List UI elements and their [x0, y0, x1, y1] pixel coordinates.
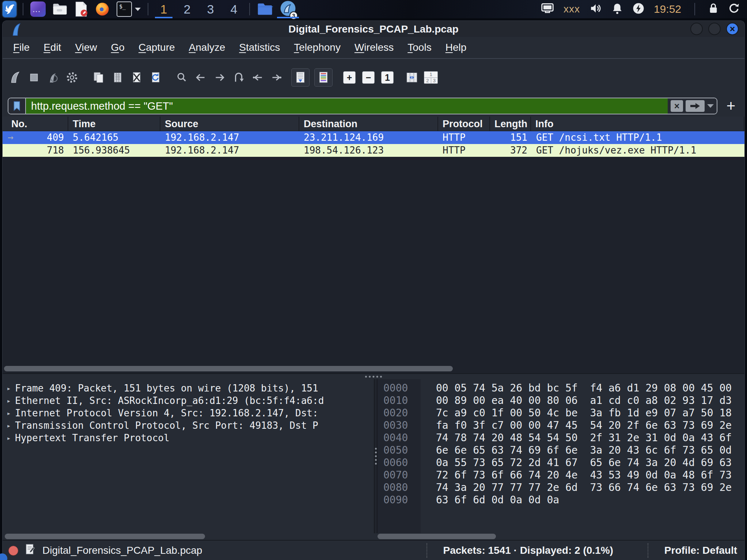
packet-row[interactable]: 718 156.938645 192.168.2.147 198.54.126.… — [3, 144, 744, 157]
hex-bytes[interactable]: 00 89 00 ea 40 00 80 06 a1 cd c0 a8 02 9… — [421, 394, 732, 407]
zoom-original-icon[interactable]: 1 — [378, 68, 397, 87]
menu-item[interactable]: File — [6, 37, 37, 58]
logout-icon[interactable] — [728, 2, 740, 16]
expert-info-icon[interactable] — [8, 546, 18, 556]
expand-arrow-icon[interactable] — [3, 421, 15, 430]
close-button[interactable]: × — [726, 23, 739, 35]
menu-item[interactable]: Go — [104, 37, 132, 58]
text-editor-icon[interactable] — [71, 0, 91, 18]
menu-item[interactable]: Tools — [401, 37, 438, 58]
hex-row[interactable]: 0030 fa f0 3f c7 00 00 47 45 54 20 2f 6e… — [378, 419, 744, 432]
titlebar[interactable]: Digital_Forensics_PCAP_Lab.pcap × — [3, 21, 744, 37]
power-manager-icon[interactable] — [633, 3, 644, 16]
files-window-icon[interactable] — [254, 0, 276, 18]
close-file-icon[interactable] — [128, 68, 146, 87]
menu-item[interactable]: Capture — [132, 37, 182, 58]
detail-row[interactable]: Hypertext Transfer Protocol — [3, 432, 374, 444]
column-header[interactable]: Info — [531, 117, 744, 131]
file-manager-icon[interactable] — [49, 0, 71, 18]
hex-row[interactable]: 0090 63 6f 6d 0d 0a 0d 0a — [378, 494, 744, 506]
detail-row[interactable]: Frame 409: Packet, 151 bytes on wire (12… — [3, 382, 374, 394]
hex-row[interactable]: 0070 72 6f 73 6f 66 74 20 4e 43 53 49 0d… — [378, 469, 744, 481]
workspace-button[interactable]: 3 — [199, 0, 222, 18]
expand-arrow-icon[interactable] — [3, 397, 15, 405]
go-last-icon[interactable] — [268, 68, 286, 87]
go-first-icon[interactable] — [249, 68, 267, 87]
filter-apply-button[interactable] — [686, 100, 705, 112]
menu-item[interactable]: View — [68, 37, 104, 58]
detail-row[interactable]: Transmission Control Protocol, Src Port:… — [3, 419, 374, 432]
open-file-icon[interactable] — [90, 68, 108, 87]
hex-row[interactable]: 0060 0a 55 73 65 72 2d 41 67 65 6e 74 3a… — [378, 457, 744, 469]
firefox-icon[interactable] — [91, 0, 113, 18]
volume-icon[interactable] — [589, 3, 602, 16]
save-file-icon[interactable] — [109, 68, 127, 87]
hex-row[interactable]: 0010 00 89 00 ea 40 00 80 06 a1 cd c0 a8… — [378, 394, 744, 407]
minimize-button[interactable] — [690, 23, 703, 35]
clock[interactable]: 19:52 — [654, 3, 681, 15]
packet-row[interactable]: 409 5.642165 192.168.2.147 23.211.124.16… — [3, 131, 744, 144]
expand-arrow-icon[interactable] — [3, 434, 15, 442]
menu-item[interactable]: Statistics — [232, 37, 287, 58]
capture-comment-icon[interactable] — [26, 544, 35, 557]
vertical-splitter[interactable] — [374, 379, 378, 533]
display-filter-input[interactable]: http.request.method == "GET" — [26, 98, 668, 114]
menu-item[interactable]: Help — [439, 37, 474, 58]
filter-clear-button[interactable]: × — [671, 100, 683, 112]
filter-bookmark-button[interactable] — [8, 98, 26, 114]
details-hscrollbar-thumb[interactable] — [5, 534, 205, 539]
hex-row[interactable]: 0040 74 78 74 20 48 54 54 50 2f 31 2e 31… — [378, 432, 744, 444]
expand-arrow-icon[interactable] — [3, 409, 15, 417]
terminal-icon[interactable]: $_ — [113, 0, 144, 18]
column-header[interactable]: No. — [3, 117, 68, 131]
menu-item[interactable]: Analyze — [182, 37, 232, 58]
kali-menu-button[interactable] — [0, 0, 19, 18]
hex-bytes[interactable]: 00 05 74 5a 26 bd bc 5f f4 a6 d1 29 08 0… — [421, 382, 732, 394]
hex-bytes[interactable]: 0a 55 73 65 72 2d 41 67 65 6e 74 3a 20 4… — [421, 457, 732, 469]
hex-row[interactable]: 0050 6e 6e 65 63 74 69 6f 6e 3a 20 43 6c… — [378, 444, 744, 457]
column-header[interactable]: Time — [68, 117, 160, 131]
splitter-grip[interactable] — [375, 448, 377, 465]
notifications-bell-icon[interactable] — [611, 3, 623, 16]
find-packet-icon[interactable] — [172, 68, 191, 87]
maximize-button[interactable] — [708, 23, 721, 35]
zoom-in-icon[interactable]: + — [340, 68, 359, 87]
menu-item[interactable]: Telephony — [287, 37, 348, 58]
detail-row[interactable]: Ethernet II, Src: ASRockIncorp_a6:d1:29 … — [3, 394, 374, 407]
column-header[interactable]: Length — [490, 117, 531, 131]
start-capture-icon[interactable] — [6, 68, 24, 87]
hex-row[interactable]: 0080 74 3a 20 77 77 77 2e 6d 73 66 74 6e… — [378, 481, 744, 494]
network-icon[interactable] — [541, 3, 554, 16]
profile-selector[interactable]: Profile: Default — [648, 543, 739, 558]
expand-arrow-icon[interactable] — [3, 384, 15, 392]
zoom-out-icon[interactable]: − — [359, 68, 378, 87]
app-launcher-icon[interactable]: ··· — [27, 0, 49, 18]
layout-icon[interactable]: 123 — [422, 68, 440, 87]
resize-columns-icon[interactable] — [403, 68, 421, 87]
add-filter-button[interactable]: + — [723, 98, 739, 114]
hex-hscrollbar-thumb[interactable] — [378, 534, 496, 539]
workspace-button[interactable]: 1 — [152, 0, 175, 18]
hex-bytes[interactable]: 63 6f 6d 0d 0a 0d 0a — [421, 494, 559, 506]
go-back-icon[interactable] — [192, 68, 210, 87]
menu-item[interactable]: Edit — [37, 37, 68, 58]
column-header[interactable]: Destination — [299, 117, 438, 131]
workspace-button[interactable]: 2 — [175, 0, 199, 18]
auto-scroll-icon[interactable] — [291, 68, 310, 87]
display-filter-bar[interactable]: http.request.method == "GET" × — [8, 98, 717, 114]
hex-bytes[interactable]: 74 78 74 20 48 54 54 50 2f 31 2e 31 0d 0… — [421, 432, 732, 444]
column-header[interactable]: Source — [160, 117, 299, 131]
go-to-packet-icon[interactable] — [230, 68, 248, 87]
hex-row[interactable]: 0000 00 05 74 5a 26 bd bc 5f f4 a6 d1 29… — [378, 382, 744, 394]
go-forward-icon[interactable] — [211, 68, 229, 87]
chevron-down-icon[interactable] — [135, 8, 141, 11]
colorize-icon[interactable] — [314, 68, 333, 87]
stop-capture-icon[interactable] — [25, 68, 43, 87]
capture-options-icon[interactable] — [63, 68, 81, 87]
hex-bytes[interactable]: 7c a9 c0 1f 00 50 4c be 3a fb 1d e9 07 a… — [421, 407, 732, 419]
hex-bytes[interactable]: fa f0 3f c7 00 00 47 45 54 20 2f 6e 63 7… — [421, 419, 732, 432]
hex-bytes[interactable]: 72 6f 73 6f 66 74 20 4e 43 53 49 0d 0a 4… — [421, 469, 732, 481]
splitter-grip[interactable] — [365, 376, 382, 378]
reload-file-icon[interactable] — [147, 68, 165, 87]
workspace-button[interactable]: 4 — [222, 0, 246, 18]
